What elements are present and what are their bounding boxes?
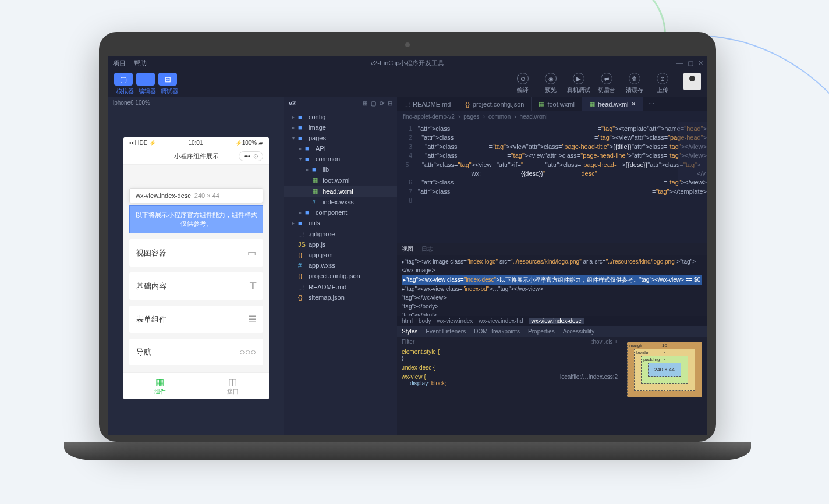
tree-node-.gitignore[interactable]: ⬚.gitignore (284, 228, 397, 239)
elem-crumb[interactable]: wx-view.index (437, 318, 473, 324)
tree-node-project.config.json[interactable]: {}project.config.json (284, 271, 397, 281)
panel-tab-Event Listeners[interactable]: Event Listeners (426, 328, 466, 335)
tree-node-lib[interactable]: ▸■lib (284, 164, 397, 175)
elements-tree[interactable]: ▸"tag"><wx-image class="index-logo" src=… (397, 255, 707, 316)
app-title: 小程序组件展示 (174, 152, 219, 161)
mode-btn-1[interactable] (136, 73, 155, 86)
tree-root[interactable]: v2 (289, 100, 296, 107)
cls-toggle[interactable]: .cls (604, 339, 612, 345)
tree-node-sitemap.json[interactable]: {}sitemap.json (284, 292, 397, 303)
styles-filter[interactable]: Filter (402, 339, 591, 345)
tree-node-pages[interactable]: ▾■pages (284, 133, 397, 143)
menubar: 项目 帮助 v2-FinClip小程序开发工具 — ▢ ✕ (108, 56, 707, 69)
laptop-base (64, 442, 751, 460)
editor-tab-README.md[interactable]: ⬚README.md (397, 97, 458, 111)
highlighted-element[interactable]: 以下将展示小程序官方组件能力，组件样式仅供参考。 (129, 205, 263, 233)
phone-statusbar: ••ıl IDE ⚡ 10:01 ⚡100% ▰ (123, 137, 269, 148)
tree-node-app.js[interactable]: JSapp.js (284, 239, 397, 250)
action-清缓存[interactable]: 🗑清缓存 (621, 73, 649, 94)
hov-toggle[interactable]: :hov (591, 339, 603, 345)
mode-btn-2[interactable]: ⊞ (158, 73, 177, 86)
add-rule-icon[interactable]: + (614, 339, 618, 345)
tree-node-common[interactable]: ▾■common (284, 154, 397, 164)
win-min-icon[interactable]: — (676, 59, 683, 67)
crumb[interactable]: head.wxml (520, 113, 548, 120)
elem-crumb[interactable]: html (402, 318, 413, 324)
action-真机调试[interactable]: ▶真机调试 (565, 73, 593, 94)
new-file-icon[interactable]: ⊞ (363, 100, 367, 107)
tree-node-component[interactable]: ▸■component (284, 207, 397, 218)
code-editor[interactable]: 1"attr">class="tag"><template "attr">nam… (397, 122, 707, 243)
devtab-log[interactable]: 日志 (421, 245, 433, 253)
minimap[interactable] (678, 122, 707, 180)
inspect-tooltip: wx-view.index-desc 240 × 44 (129, 188, 263, 203)
action-编译[interactable]: ⊙编译 (509, 73, 537, 94)
file-explorer: v2 ⊞ ▢ ⟳ ⊟ ▸■config▸■image▾■pages▸■API▾■… (284, 97, 397, 435)
action-上传[interactable]: ↥上传 (649, 73, 676, 94)
devtools: 视图 日志 ▸"tag"><wx-image class="index-logo… (397, 243, 707, 435)
elem-crumb[interactable]: wx-view.index-desc (529, 318, 583, 324)
editor-tab-project.config.json[interactable]: {}project.config.json (458, 97, 532, 111)
view-mode-group: ▢⊞ 模拟器编辑器调试器 (114, 73, 180, 95)
new-folder-icon[interactable]: ▢ (371, 100, 376, 107)
mode-btn-0[interactable]: ▢ (114, 73, 133, 86)
tabs-more-icon[interactable]: ⋯ (643, 97, 659, 111)
card-视图容器[interactable]: 视图容器▭ (129, 239, 263, 267)
capsule-button[interactable]: ••• ⊙ (239, 151, 263, 161)
laptop-frame: 项目 帮助 v2-FinClip小程序开发工具 — ▢ ✕ ▢⊞ 模拟器编辑器调… (99, 32, 716, 460)
card-基础内容[interactable]: 基础内容𝕋 (129, 272, 263, 300)
tree-node-config[interactable]: ▸■config (284, 112, 397, 122)
styles-panel[interactable]: Filter :hov .cls + element.style {}.inde… (397, 337, 622, 435)
refresh-icon[interactable]: ⟳ (380, 100, 384, 107)
toolbar: ▢⊞ 模拟器编辑器调试器 ⊙编译◉预览▶真机调试⇄切后台🗑清缓存↥上传 (108, 69, 707, 97)
tree-node-head.wxml[interactable]: ▦head.wxml (284, 186, 397, 197)
panel-tab-Properties[interactable]: Properties (528, 328, 555, 335)
menu-project[interactable]: 项目 (113, 59, 126, 68)
tree-node-index.wxss[interactable]: #index.wxss (284, 197, 397, 207)
elem-crumb[interactable]: body (419, 318, 431, 324)
phone-tab-接口[interactable]: ◫接口 (196, 373, 269, 399)
panel-tab-DOM Breakpoints[interactable]: DOM Breakpoints (474, 328, 520, 335)
tree-node-utils[interactable]: ▸■utils (284, 218, 397, 228)
editor-tab-foot.wxml[interactable]: ▦foot.wxml (532, 97, 582, 111)
phone-preview: ••ıl IDE ⚡ 10:01 ⚡100% ▰ 小程序组件展示 ••• ⊙ w… (123, 137, 269, 399)
crumb[interactable]: pages (463, 113, 479, 120)
elem-crumb[interactable]: wx-view.index-hd (479, 318, 523, 324)
phone-navbar: 小程序组件展示 ••• ⊙ (123, 148, 269, 165)
tree-node-API[interactable]: ▸■API (284, 143, 397, 154)
win-close-icon[interactable]: ✕ (698, 59, 703, 67)
card-表单组件[interactable]: 表单组件☰ (129, 306, 263, 333)
panel-tab-Styles[interactable]: Styles (402, 328, 417, 335)
crumb[interactable]: fino-applet-demo-v2 (403, 113, 455, 120)
user-avatar[interactable] (683, 73, 701, 90)
phone-tab-组件[interactable]: ▦组件 (123, 373, 196, 399)
tree-node-app.json[interactable]: {}app.json (284, 250, 397, 260)
simulator-panel: iphone6 100% ••ıl IDE ⚡ 10:01 ⚡100% ▰ 小程… (108, 97, 284, 435)
win-max-icon[interactable]: ▢ (688, 59, 693, 67)
editor-tab-head.wxml[interactable]: ▦head.wxml✕ (582, 97, 644, 111)
window-title: v2-FinClip小程序开发工具 (371, 59, 445, 68)
action-切后台[interactable]: ⇄切后台 (593, 73, 621, 94)
panel-tab-Accessibility[interactable]: Accessibility (563, 328, 594, 335)
tree-node-image[interactable]: ▸■image (284, 122, 397, 133)
crumb[interactable]: common (488, 113, 511, 120)
device-info[interactable]: iphone6 100% (108, 97, 284, 108)
devtab-view[interactable]: 视图 (402, 245, 413, 253)
action-预览[interactable]: ◉预览 (537, 73, 565, 94)
editor-panel: ⬚README.md{}project.config.json▦foot.wxm… (397, 97, 707, 435)
menu-help[interactable]: 帮助 (134, 59, 147, 68)
ide-screen: 项目 帮助 v2-FinClip小程序开发工具 — ▢ ✕ ▢⊞ 模拟器编辑器调… (108, 56, 707, 435)
tree-node-app.wxss[interactable]: #app.wxss (284, 260, 397, 271)
tree-node-README.md[interactable]: ⬚README.md (284, 281, 397, 292)
collapse-icon[interactable]: ⊟ (388, 100, 392, 107)
box-model: margin 10 border - padding - 240 × 44 (622, 337, 707, 435)
tree-node-foot.wxml[interactable]: ▦foot.wxml (284, 175, 397, 186)
card-导航[interactable]: 导航○○○ (129, 339, 263, 365)
camera-dot (405, 42, 410, 47)
